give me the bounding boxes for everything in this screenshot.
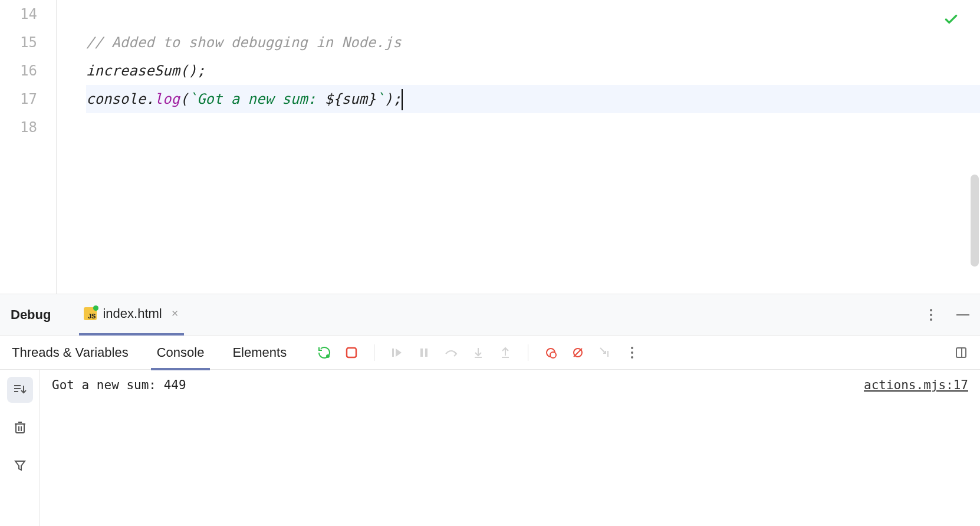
svg-rect-27 xyxy=(16,424,24,433)
svg-point-19 xyxy=(631,351,633,354)
separator xyxy=(528,344,528,361)
clear-all-icon[interactable] xyxy=(7,415,33,440)
svg-rect-5 xyxy=(392,349,394,357)
svg-rect-4 xyxy=(347,348,356,357)
debug-panel: Debug JS index.html × Threads & Variable… xyxy=(0,294,980,526)
code-line[interactable]: increaseSum(); xyxy=(86,57,980,85)
code-area[interactable]: // Added to show debugging in Node.js in… xyxy=(57,0,980,294)
minimize-icon[interactable] xyxy=(956,308,969,321)
line-number: 15 xyxy=(0,28,37,57)
mute-breakpoints-icon[interactable] xyxy=(571,346,585,360)
tab-elements[interactable]: Elements xyxy=(218,336,301,370)
view-breakpoints-icon[interactable] xyxy=(544,346,558,360)
code-editor[interactable]: 14 15 16 17 18 // Added to show debuggin… xyxy=(0,0,980,294)
rerun-icon[interactable] xyxy=(317,346,331,360)
separator xyxy=(374,344,374,361)
check-icon[interactable] xyxy=(943,12,959,29)
svg-point-1 xyxy=(930,314,932,316)
caret xyxy=(402,89,403,110)
console-output[interactable]: Got a new sum: 449 actions.mjs:17 xyxy=(40,370,980,526)
code-line[interactable]: // Added to show debugging in Node.js xyxy=(86,28,980,57)
console-message: Got a new sum: 449 xyxy=(52,378,186,392)
console-source-link[interactable]: actions.mjs:17 xyxy=(864,378,968,392)
code-line-current[interactable]: console.log(`Got a new sum: ${sum}`); xyxy=(86,85,980,113)
more-icon[interactable] xyxy=(925,308,938,321)
comment-text: // Added to show debugging in Node.js xyxy=(86,34,402,51)
svg-marker-32 xyxy=(15,461,25,470)
scrollbar-thumb[interactable] xyxy=(971,175,979,267)
step-over-icon[interactable] xyxy=(444,346,458,360)
svg-point-14 xyxy=(550,352,556,358)
pause-icon[interactable] xyxy=(417,346,431,360)
svg-marker-6 xyxy=(396,349,402,357)
identifier: console xyxy=(86,91,146,107)
svg-point-18 xyxy=(631,347,633,349)
svg-point-0 xyxy=(930,309,932,311)
line-number: 17 xyxy=(0,85,37,113)
svg-point-2 xyxy=(930,318,932,321)
line-number: 18 xyxy=(0,113,37,142)
console-body: Got a new sum: 449 actions.mjs:17 xyxy=(0,370,980,526)
debug-toolbar: Threads & Variables Console Elements xyxy=(0,336,980,370)
code-line[interactable] xyxy=(86,0,980,28)
tab-label: index.html xyxy=(103,306,162,321)
method: log xyxy=(154,91,180,107)
js-file-icon: JS xyxy=(84,307,97,320)
run-to-cursor-icon[interactable] xyxy=(598,346,612,360)
punct: (); xyxy=(180,63,205,79)
tab-threads-variables[interactable]: Threads & Variables xyxy=(12,336,143,370)
line-number-gutter: 14 15 16 17 18 xyxy=(0,0,57,294)
scroll-to-end-icon[interactable] xyxy=(7,377,33,403)
svg-point-20 xyxy=(631,356,633,359)
line-number: 16 xyxy=(0,57,37,85)
svg-rect-7 xyxy=(420,349,423,357)
stop-icon[interactable] xyxy=(344,346,359,360)
resume-icon[interactable] xyxy=(390,346,404,360)
filter-icon[interactable] xyxy=(7,452,33,478)
step-into-icon[interactable] xyxy=(471,346,485,360)
line-number: 14 xyxy=(0,0,37,28)
debug-session-tab[interactable]: JS index.html × xyxy=(79,294,184,336)
tab-console[interactable]: Console xyxy=(143,336,219,370)
identifier: increaseSum xyxy=(86,63,180,79)
svg-rect-8 xyxy=(425,349,427,357)
debug-title: Debug xyxy=(11,307,51,323)
layout-icon[interactable] xyxy=(954,346,968,360)
step-out-icon[interactable] xyxy=(498,346,512,360)
console-sidebar xyxy=(0,370,40,526)
code-line[interactable] xyxy=(86,113,980,142)
svg-point-3 xyxy=(326,354,330,358)
close-icon[interactable]: × xyxy=(168,307,182,320)
debug-header: Debug JS index.html × xyxy=(0,294,980,336)
more-actions-icon[interactable] xyxy=(625,346,639,360)
running-dot-icon xyxy=(93,305,98,311)
